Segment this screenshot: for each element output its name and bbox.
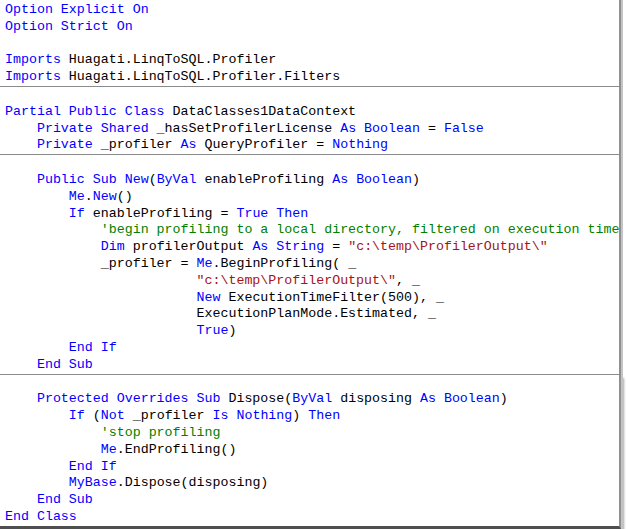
code-token-keyword: If	[69, 408, 85, 423]
code-line: Dim profilerOutput As String = "c:\temp\…	[0, 239, 619, 256]
code-token-keyword: ByVal	[157, 172, 197, 187]
code-token-keyword: Me	[197, 256, 213, 271]
code-line: Option Explicit On	[0, 2, 619, 19]
code-line	[0, 155, 619, 172]
code-line	[0, 87, 619, 104]
code-token-text	[5, 323, 197, 338]
code-token-text	[5, 408, 69, 423]
code-token-keyword: End Sub	[37, 357, 93, 372]
code-token-text: .	[85, 189, 93, 204]
code-token-text	[5, 290, 197, 305]
code-token-comment: 'stop profiling	[5, 425, 220, 440]
code-token-keyword: Me	[101, 442, 117, 457]
code-token-text: .BeginProfiling( _	[212, 256, 356, 271]
code-line: Option Strict On	[0, 19, 619, 36]
code-token-text: )	[412, 172, 420, 187]
code-line: Me.EndProfiling()	[0, 442, 619, 459]
code-token-keyword: As Boolean	[420, 391, 500, 406]
code-token-comment: 'begin profiling to a local directory, f…	[5, 222, 619, 237]
code-token-keyword: MyBase	[69, 475, 117, 490]
code-token-text	[5, 475, 69, 490]
code-token-text: Huagati.LinqToSQL.Profiler	[61, 52, 276, 67]
code-token-text: Dispose(	[220, 391, 292, 406]
code-token-keyword: Option Explicit On	[5, 2, 149, 17]
code-token-text	[5, 340, 69, 355]
code-line: End Class	[0, 509, 619, 526]
code-token-text	[5, 442, 101, 457]
code-token-text	[5, 459, 69, 474]
code-token-text	[5, 121, 37, 136]
code-token-text	[5, 137, 37, 152]
code-token-string: "c:\temp\ProfilerOutput\"	[348, 239, 548, 254]
code-line: _profiler = Me.BeginProfiling( _	[0, 256, 619, 273]
code-token-keyword: End If	[69, 459, 117, 474]
code-line: End If	[0, 459, 619, 476]
code-token-text	[5, 239, 101, 254]
code-line: End Sub	[0, 492, 619, 509]
code-line: Private _profiler As QueryProfiler = Not…	[0, 137, 619, 154]
code-token-keyword: As Boolean	[332, 172, 412, 187]
code-token-keyword: True Then	[236, 206, 308, 221]
code-token-keyword: End If	[69, 340, 117, 355]
code-line: MyBase.Dispose(disposing)	[0, 475, 619, 492]
code-token-text: disposing	[332, 391, 420, 406]
code-token-text: _profiler	[125, 408, 213, 423]
code-line: Imports Huagati.LinqToSQL.Profiler.Filte…	[0, 69, 619, 86]
code-slice: Option Explicit OnOption Strict OnImport…	[0, 0, 621, 87]
code-token-keyword: As String	[252, 239, 324, 254]
code-token-keyword: End Sub	[37, 492, 93, 507]
code-token-keyword: Not	[101, 408, 125, 423]
code-token-keyword: As	[181, 137, 197, 152]
code-slice: Partial Public Class DataClasses1DataCon…	[0, 87, 621, 155]
code-token-text: QueryProfiler =	[197, 137, 333, 152]
code-token-keyword: ByVal	[292, 391, 332, 406]
code-line	[0, 36, 619, 53]
code-token-text: =	[420, 121, 444, 136]
code-token-text: enableProfiling	[197, 172, 333, 187]
page: Option Explicit OnOption Strict OnImport…	[0, 0, 627, 529]
code-token-keyword: Partial Public Class	[5, 104, 165, 119]
code-token-keyword: Imports	[5, 69, 61, 84]
code-token-text: )	[228, 323, 236, 338]
code-line: Private Shared _hasSetProfilerLicense As…	[0, 121, 619, 138]
code-token-keyword: Nothing	[332, 137, 388, 152]
code-token-keyword: Then	[308, 408, 340, 423]
code-token-text: _hasSetProfilerLicense	[149, 121, 341, 136]
code-token-text: )	[292, 408, 308, 423]
code-token-text: =	[324, 239, 348, 254]
code-token-keyword: False	[444, 121, 484, 136]
code-token-text: _profiler =	[5, 256, 197, 271]
code-token-text: enableProfiling =	[85, 206, 237, 221]
code-token-text: DataClasses1DataContext	[165, 104, 357, 119]
code-snippet-image: Option Explicit OnOption Strict OnImport…	[0, 0, 621, 529]
code-token-keyword: Option Strict On	[5, 19, 133, 34]
code-line: Me.New()	[0, 189, 619, 206]
code-token-text	[5, 172, 37, 187]
code-token-text	[5, 357, 37, 372]
code-token-keyword: If	[69, 206, 85, 221]
code-slice: Public Sub New(ByVal enableProfiling As …	[0, 155, 621, 374]
code-token-keyword: Dim	[101, 239, 125, 254]
code-token-keyword: Protected Overrides Sub	[37, 391, 221, 406]
code-token-text: (	[85, 408, 101, 423]
code-token-text: _profiler	[93, 137, 181, 152]
code-token-text: ExecutionPlanMode.Estimated, _	[5, 306, 436, 321]
code-line: True)	[0, 323, 619, 340]
code-token-text	[5, 273, 197, 288]
code-token-text: , _	[396, 273, 420, 288]
code-line: Imports Huagati.LinqToSQL.Profiler	[0, 52, 619, 69]
code-token-text: .EndProfiling()	[117, 442, 237, 457]
code-token-text: )	[500, 391, 508, 406]
code-token-keyword: New	[93, 189, 117, 204]
code-token-text: .Dispose(disposing)	[117, 475, 269, 490]
code-token-keyword: Private Shared	[37, 121, 149, 136]
code-token-keyword: True	[197, 323, 229, 338]
code-token-text: (	[149, 172, 157, 187]
code-token-string: "c:\temp\ProfilerOutput\"	[197, 273, 397, 288]
code-token-keyword: Private	[37, 137, 93, 152]
code-line: Public Sub New(ByVal enableProfiling As …	[0, 172, 619, 189]
code-token-text: profilerOutput	[125, 239, 253, 254]
code-token-text	[5, 206, 69, 221]
code-token-keyword: Public Sub New	[37, 172, 149, 187]
code-token-keyword: Imports	[5, 52, 61, 67]
